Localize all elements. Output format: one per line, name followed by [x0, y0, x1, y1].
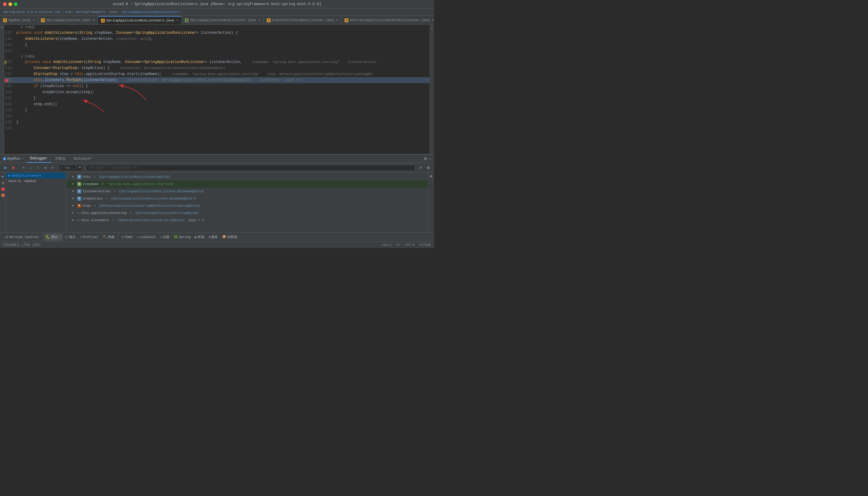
var-this[interactable]: ▶ C this = {SpringApplicationRunListener…: [66, 173, 428, 181]
resume-button[interactable]: ▶: [2, 165, 9, 171]
var-icon-stepaction: C: [77, 197, 81, 201]
eval-input-area[interactable]: 评估表达式(⌥⏎)或添加监视(⌥⌘⏎): [86, 165, 415, 171]
run-to-cursor-button[interactable]: ⇥: [42, 165, 48, 171]
frame-item-dowithlisteners[interactable]: ▶ doWithListeners: [6, 173, 66, 179]
var-stepaction[interactable]: ▶ C stepAction = {SpringApplicationRunLi…: [66, 195, 428, 202]
var-icon-listeneraction: C: [77, 189, 81, 193]
endpoints-label: 端点: [69, 235, 76, 239]
maximize-button[interactable]: [14, 2, 17, 6]
editor-area: ≡ 5 个用法 111 private void doWithListeners…: [0, 25, 434, 154]
breadcrumb-item-2[interactable]: org: [65, 10, 71, 14]
toolbar-build[interactable]: 🔨 构建: [101, 234, 117, 241]
frame-arrow-icon: ▶: [9, 174, 11, 177]
code-line-116: 116 Consumer<StartupStep> stepAction) { …: [4, 65, 430, 71]
tab-springapprunlisteners[interactable]: J SpringApplicationRunListeners.java ×: [98, 16, 182, 25]
expand-all-button[interactable]: ⊞: [425, 165, 432, 171]
debug-tab-console[interactable]: 控制台: [51, 155, 69, 163]
toolbar-problems[interactable]: ⚠ 问题: [158, 234, 171, 241]
minimize-button[interactable]: [9, 2, 12, 6]
var-step[interactable]: ▶ M step = {DefaultApplicationStartup$De…: [66, 202, 428, 210]
tab-label-active: SpringApplicationRunListeners.java: [106, 19, 174, 22]
expand-listeneraction-icon[interactable]: ▶: [72, 188, 75, 195]
var-val-this: {SpringApplicationRunListeners@2219}: [99, 174, 171, 180]
tab-close-eventpublishing[interactable]: ×: [336, 18, 338, 22]
tab-eventpublishing[interactable]: J EventPublishingRunListener.java ×: [264, 16, 341, 25]
status-message: 已到达断点 (片刻 之前): [3, 243, 41, 247]
tab-close-listener[interactable]: ×: [258, 18, 260, 22]
expand-stepname-icon[interactable]: ▶: [72, 181, 75, 187]
expand-stepaction-icon[interactable]: ▶: [72, 196, 75, 202]
var-stepname[interactable]: ▶ S stepName = "spring.boot.application.…: [66, 181, 428, 188]
debug-minimize-icon[interactable]: —: [429, 156, 431, 161]
evaluate-button[interactable]: ≈: [49, 165, 56, 171]
toolbar-endpoints[interactable]: ⬡ 端点: [63, 234, 77, 241]
toolbar-luacheck[interactable]: ✓ LuaCheck: [135, 234, 157, 241]
expand-step-icon[interactable]: ▶: [72, 203, 75, 209]
breadcrumb-item-4[interactable]: boot: [110, 10, 118, 14]
traffic-lights: [3, 2, 17, 6]
usage-label-1: 5 个用法: [4, 25, 430, 30]
debug-tab-actuator-label: Actuator: [74, 157, 91, 161]
services-label: 服务: [211, 235, 218, 239]
tab-close-apprun[interactable]: ×: [33, 18, 35, 22]
var-applicationstartup[interactable]: ▶ ∞ this.applicationStartup = {DefaultAp…: [66, 210, 428, 217]
tab-abstractmulticaster[interactable]: J AbstractApplicationEventMulticaster.ja…: [341, 16, 434, 25]
stop-button[interactable]: ■: [10, 165, 17, 171]
breadcrumb-item-3[interactable]: springframework: [75, 10, 105, 14]
tab-close-abstractmulticaster[interactable]: ×: [432, 18, 434, 22]
tab-label-eventpublishing: EventPublishingRunListener.java: [272, 18, 334, 22]
toolbar-debug[interactable]: 🐛 调试 ×: [44, 234, 63, 241]
toolbar-dependencies[interactable]: 📦 依赖项: [220, 234, 239, 241]
var-listeneraction[interactable]: ▶ C listenerAction = {SpringApplicationR…: [66, 188, 428, 195]
toolbar-profiler[interactable]: ⚡ Profiler: [78, 234, 100, 241]
debug-tab-close[interactable]: ×: [59, 235, 61, 239]
tab-label-apprun: AppRun.java: [9, 18, 30, 22]
debug-tab-actuator[interactable]: Actuator: [70, 155, 95, 163]
tab-close-active[interactable]: ×: [176, 19, 179, 22]
breadcrumb-item-5[interactable]: SpringApplicationRunListeners: [122, 10, 180, 14]
debug-settings-icon[interactable]: ⚙: [424, 156, 427, 161]
dependencies-icon: 📦: [222, 235, 226, 239]
add-watch-button[interactable]: +: [417, 165, 424, 171]
tab-close-springapplication[interactable]: ×: [93, 18, 95, 22]
debug-play-icon[interactable]: ▶: [2, 174, 4, 179]
tab-springapprunlistener[interactable]: J SpringApplicationRunListener.java ×: [182, 16, 263, 25]
debug-tab-debugger-label: Debugger: [30, 156, 48, 160]
toolbar-version-control[interactable]: ⎇ Version Control: [2, 234, 41, 241]
step-over-button[interactable]: ↷: [20, 165, 27, 171]
tab-label-listener: SpringApplicationRunListener.java: [190, 18, 256, 22]
luacheck-label: LuaCheck: [140, 235, 156, 239]
close-button[interactable]: [3, 2, 6, 6]
step-out-button[interactable]: ↑: [35, 165, 41, 171]
build-label: 构建: [108, 235, 114, 239]
build-icon: 🔨: [103, 235, 107, 239]
toolbar-terminal[interactable]: ▶ 终端: [193, 234, 206, 241]
profiler-icon: ⚡: [80, 235, 82, 239]
code-line-113: 113 }: [4, 42, 430, 48]
breadcrumb-item-1[interactable]: spring-boot-3.0.0-sources.jar: [3, 10, 61, 14]
debug-pause-icon[interactable]: ⏸: [1, 181, 4, 185]
debug-tab-debugger[interactable]: Debugger: [27, 155, 51, 163]
frame-filter-input-area[interactable]: ✓ "ma..." ▼: [59, 165, 83, 171]
toolbar-services[interactable]: ⚙ 服务: [207, 234, 220, 241]
var-icon-this: C: [77, 175, 81, 179]
var-val-stepaction: {SpringApplicationRunListeners$lambda@22…: [111, 196, 197, 202]
toolbar-spring[interactable]: 🌿 Spring: [172, 234, 192, 241]
expand-panel-icon[interactable]: ⊞: [430, 174, 432, 179]
status-encoding: UTF-8: [404, 243, 414, 247]
frame-item-main[interactable]: main:9, AppRun: [6, 179, 66, 184]
debug-run-indicator: AppRun ×: [3, 157, 24, 161]
code-editor[interactable]: 5 个用法 111 private void doWithListeners(S…: [4, 25, 430, 154]
terminal-label: 终端: [198, 235, 204, 239]
tab-apprun[interactable]: J AppRun.java ×: [0, 16, 38, 25]
expand-listeners-icon[interactable]: ▶: [72, 217, 75, 223]
step-into-button[interactable]: ↓: [28, 165, 34, 171]
expand-applicationstartup-icon[interactable]: ▶: [72, 210, 75, 216]
tab-springapplication[interactable]: J SpringApplication.java ×: [38, 16, 98, 25]
usage-label-2: 3 个用法: [4, 54, 430, 59]
var-listeners[interactable]: ▶ ∞ this.listeners = {ImmutableCollectio…: [66, 217, 428, 224]
frame-filter-dropdown-icon[interactable]: ▼: [79, 166, 81, 169]
expand-this-icon[interactable]: ▶: [72, 174, 75, 180]
debug-close-btn[interactable]: ×: [21, 157, 24, 160]
toolbar-todo[interactable]: ☑ TODO: [120, 234, 134, 241]
